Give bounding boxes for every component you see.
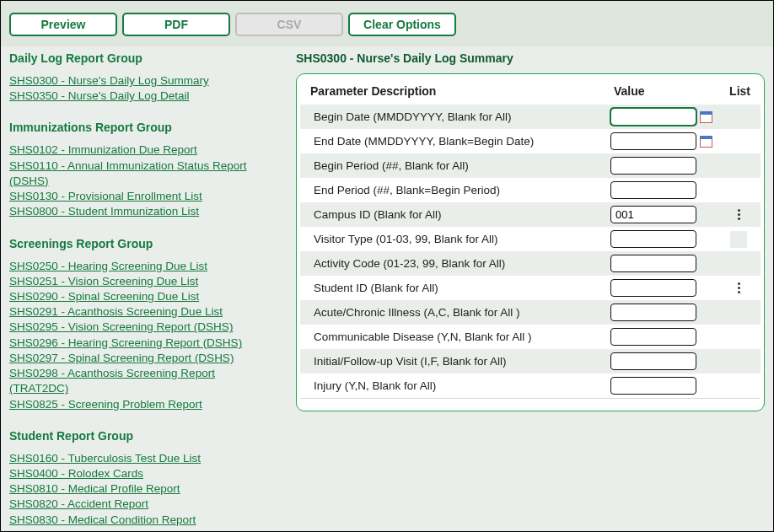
param-input[interactable] [610,206,696,223]
param-row: Initial/Follow-up Visit (I,F, Blank for … [300,349,761,373]
header-description: Parameter Description [310,84,614,98]
param-list-cell [710,304,747,321]
param-input[interactable] [610,108,696,126]
report-link[interactable]: SHS0102 - Immunization Due Report [9,142,271,158]
param-value-cell [610,328,710,346]
report-link[interactable]: SHS0800 - Student Immunization List [9,204,271,219]
param-row: Activity Code (01-23, 99, Blank for All) [300,251,761,276]
param-value-cell [610,230,710,248]
calendar-icon[interactable] [700,135,712,148]
param-row: Injury (Y,N, Blank for All) [300,373,761,398]
param-value-cell [610,132,710,150]
param-description: End Period (##, Blank=Begin Period) [314,184,610,196]
report-link[interactable]: SHS0350 - Nurse's Daily Log Detail [9,89,271,104]
param-row: End Date (MMDDYYYY, Blank=Begin Date) [300,129,761,153]
param-input[interactable] [610,279,696,297]
param-value-cell [610,157,710,175]
param-list-cell [710,280,747,297]
param-value-cell [610,108,710,126]
group-title: Screenings Report Group [9,237,271,250]
report-link[interactable]: SHS0296 - Hearing Screening Report (DSHS… [9,336,271,351]
param-description: Communicable Disease (Y,N, Blank for All… [314,330,610,343]
pdf-button[interactable]: PDF [122,13,230,36]
param-input[interactable] [610,132,696,150]
param-description: Activity Code (01-23, 99, Blank for All) [314,257,610,270]
param-value-cell [610,255,710,272]
list-placeholder [730,304,747,321]
preview-button[interactable]: Preview [9,13,117,36]
report-sidebar: Daily Log Report GroupSHS0300 - Nurse's … [9,46,271,523]
main-panel: SHS0300 - Nurse's Daily Log Summary Para… [296,46,765,523]
param-row: Student ID (Blank for All) [300,276,761,300]
report-link[interactable]: SHS0820 - Accident Report [9,497,271,512]
param-row: End Period (##, Blank=Begin Period) [300,178,761,202]
param-description: Student ID (Blank for All) [314,282,610,294]
param-description: Injury (Y,N, Blank for All) [314,379,610,392]
param-row: Campus ID (Blank for All) [300,202,761,227]
param-row: Begin Period (##, Blank for All) [300,153,761,178]
param-input[interactable] [610,328,696,346]
param-list-cell [710,207,747,223]
content-area: Daily Log Report GroupSHS0300 - Nurse's … [1,46,773,531]
report-link[interactable]: SHS0291 - Acanthosis Screening Due List [9,304,271,320]
param-input[interactable] [610,304,696,321]
param-input[interactable] [610,377,696,395]
param-value-cell [610,304,710,321]
report-link[interactable]: SHS0830 - Medical Condition Report [9,513,271,528]
toolbar: Preview PDF CSV Clear Options [1,1,773,46]
list-placeholder [730,109,747,126]
report-link[interactable]: SHS0250 - Hearing Screening Due List [9,259,271,274]
param-description: Visitor Type (01-03, 99, Blank for All) [314,233,610,245]
param-input[interactable] [610,230,696,248]
list-placeholder [730,353,747,370]
param-value-cell [610,377,710,395]
report-link[interactable]: SHS0297 - Spinal Screening Report (DSHS) [9,351,271,366]
param-value-cell [610,181,710,199]
param-value-cell [610,206,710,223]
list-placeholder [730,231,747,248]
group-title: Student Report Group [9,429,271,443]
report-link[interactable]: SHS0810 - Medical Profile Report [9,481,271,497]
param-input[interactable] [610,352,696,370]
param-row: Visitor Type (01-03, 99, Blank for All) [300,227,761,251]
report-link[interactable]: SHS0290 - Spinal Screening Due List [9,289,271,304]
report-link[interactable]: SHS0835 - Communicable Diseases Report [9,528,271,532]
param-list-cell [710,231,747,248]
param-value-cell [610,279,710,297]
group-title: Daily Log Report Group [9,51,271,65]
report-link[interactable]: SHS0110 - Annual Immunization Status Rep… [9,159,271,189]
param-value-cell [610,352,710,370]
list-placeholder [730,158,747,175]
report-link[interactable]: SHS0130 - Provisional Enrollment List [9,189,271,204]
param-list-cell [710,255,747,272]
report-link[interactable]: SHS0160 - Tuberculosis Test Due List [9,451,271,466]
param-description: Begin Period (##, Blank for All) [314,159,610,172]
param-list-cell [710,353,747,370]
param-header: Parameter Description Value List [297,76,764,105]
param-description: Begin Date (MMDDYYYY, Blank for All) [314,110,610,123]
report-link[interactable]: SHS0295 - Vision Screening Report (DSHS) [9,320,271,335]
param-input[interactable] [610,255,696,272]
report-link[interactable]: SHS0400 - Rolodex Cards [9,466,271,481]
calendar-icon[interactable] [700,110,712,123]
csv-button: CSV [235,13,343,36]
param-description: End Date (MMDDYYYY, Blank=Begin Date) [314,135,610,148]
header-value: Value [614,84,713,98]
param-input[interactable] [610,181,696,199]
ellipsis-icon[interactable] [730,207,747,223]
report-link[interactable]: SHS0298 - Acanthosis Screening Report (T… [9,366,271,396]
parameter-panel: Parameter Description Value List Begin D… [296,73,765,411]
param-rows: Begin Date (MMDDYYYY, Blank for All)End … [300,105,761,399]
report-link[interactable]: SHS0300 - Nurse's Daily Log Summary [9,73,271,89]
param-description: Campus ID (Blank for All) [314,208,610,221]
list-placeholder [730,255,747,272]
report-link[interactable]: SHS0251 - Vision Screening Due List [9,274,271,289]
group-title: Immunizations Report Group [9,121,271,134]
ellipsis-icon[interactable] [730,280,747,297]
param-row: Begin Date (MMDDYYYY, Blank for All) [300,105,761,129]
clear-options-button[interactable]: Clear Options [348,13,456,36]
param-description: Initial/Follow-up Visit (I,F, Blank for … [314,355,610,368]
header-list: List [713,84,750,98]
param-input[interactable] [610,157,696,175]
report-link[interactable]: SHS0825 - Screening Problem Report [9,397,271,412]
